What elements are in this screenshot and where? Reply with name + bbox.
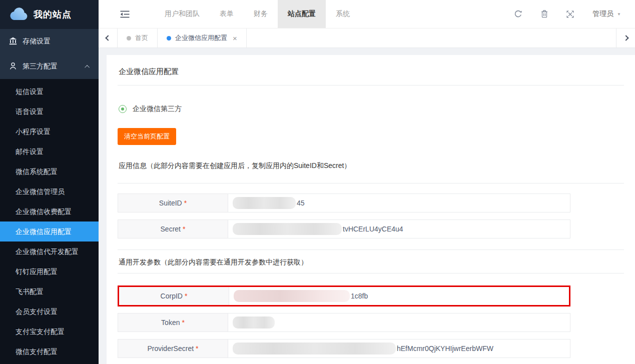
sidebar: 我的站点 存储设置 第三方配置 xyxy=(0,0,99,364)
radio-label: 企业微信第三方 xyxy=(133,104,182,114)
sidebar-item-third-party-config[interactable]: 第三方配置 xyxy=(0,54,99,79)
form-row-corpid-highlighted: CorpID* 1c8fb xyxy=(118,286,570,306)
top-bar: 用户和团队 表单 财务 站点配置 系统 xyxy=(99,0,635,28)
nav-item-site-config[interactable]: 站点配置 xyxy=(278,0,326,28)
submenu-item-wecom-admin[interactable]: 企业微信管理员 xyxy=(0,182,99,202)
visible-value: tvHCErLU4yCE4u4 xyxy=(343,225,403,233)
sidebar-item-storage-settings[interactable]: 存储设置 xyxy=(0,29,99,54)
submenu-item-miniprogram[interactable]: 小程序设置 xyxy=(0,122,99,142)
submenu-item-dingtalk-app-config[interactable]: 钉钉应用配置 xyxy=(0,262,99,282)
content-area: 企业微信应用配置 企业微信第三方 清空当前页配置 应用信息（此部分内容需要在创建… xyxy=(99,48,635,364)
person-icon xyxy=(9,62,17,72)
clear-current-page-config-button[interactable]: 清空当前页配置 xyxy=(118,128,176,145)
nav-item-forms[interactable]: 表单 xyxy=(210,0,244,28)
submenu-item-voice[interactable]: 语音设置 xyxy=(0,102,99,122)
tab-label: 企业微信应用配置 xyxy=(175,34,227,42)
divider xyxy=(118,85,624,86)
user-label: 管理员 xyxy=(592,10,613,18)
chevron-right-icon xyxy=(623,35,628,40)
field-label: Secret* xyxy=(118,220,228,238)
common-params-form: CorpID* 1c8fb Token* xyxy=(118,286,570,364)
app-info-form: SuiteID* 45 Secret* tvHCErLU4yCE4u4 xyxy=(118,194,570,238)
top-actions: 管理员 ▼ xyxy=(514,10,635,18)
submenu-item-mail[interactable]: 邮件设置 xyxy=(0,142,99,162)
section-common-params: 通用开发参数（此部分内容需要在通用开发参数中进行获取） xyxy=(119,258,624,273)
submenu-item-wecom-app-config[interactable]: 企业微信应用配置 xyxy=(0,222,99,242)
required-mark: * xyxy=(183,225,185,233)
suiteid-input[interactable]: 45 xyxy=(228,194,570,212)
chevron-up-icon xyxy=(85,64,90,70)
nav-item-users-teams[interactable]: 用户和团队 xyxy=(155,0,210,28)
field-label: Token* xyxy=(118,314,228,332)
site-name: 我的站点 xyxy=(34,8,72,20)
form-row-providersecret: ProviderSecret* hEfMcmr0QjKYHIjwrEerbWFW xyxy=(118,339,570,358)
fullscreen-icon[interactable] xyxy=(566,10,574,18)
trash-icon[interactable] xyxy=(541,10,548,18)
submenu-item-wecom-dev-config[interactable]: 企业微信代开发配置 xyxy=(0,242,99,262)
tab-home[interactable]: 首页 xyxy=(118,28,158,48)
sidebar-submenu: 短信设置 语音设置 小程序设置 邮件设置 微信系统配置 企业微信管理员 企业微信… xyxy=(0,79,99,364)
nav-item-finance[interactable]: 财务 xyxy=(244,0,278,28)
visible-value: 45 xyxy=(297,199,305,207)
tabs-scroll-right-button[interactable] xyxy=(616,28,635,48)
menu-fold-icon[interactable] xyxy=(120,10,130,18)
redacted-value xyxy=(233,316,275,328)
section-app-info: 应用信息（此部分内容需要在创建应用后，复制应用内的SuiteID和Secret） xyxy=(119,162,624,183)
main-column: 用户和团队 表单 财务 站点配置 系统 xyxy=(99,0,635,364)
field-label: SuiteID* xyxy=(118,194,228,212)
visible-value: hEfMcmr0QjKYHIjwrEerbWFW xyxy=(397,344,493,352)
bank-icon xyxy=(9,37,17,46)
close-icon[interactable]: × xyxy=(233,34,237,42)
user-menu[interactable]: 管理员 ▼ xyxy=(592,10,621,18)
field-label: CorpID* xyxy=(119,287,229,305)
radio-selected-icon[interactable] xyxy=(119,105,127,113)
tab-label: 首页 xyxy=(135,34,148,42)
token-input[interactable] xyxy=(228,314,570,332)
divider xyxy=(118,273,624,274)
required-mark: * xyxy=(182,318,184,326)
tab-status-dot xyxy=(127,36,131,40)
chevron-left-icon xyxy=(105,35,111,40)
page-title: 企业微信应用配置 xyxy=(118,64,624,85)
submenu-item-feishu-config[interactable]: 飞书配置 xyxy=(0,282,99,302)
sidebar-item-label: 第三方配置 xyxy=(23,62,58,71)
submenu-item-member-payment[interactable]: 会员支付设置 xyxy=(0,302,99,322)
providersecret-input[interactable]: hEfMcmr0QjKYHIjwrEerbWFW xyxy=(228,340,570,358)
redacted-value xyxy=(233,342,396,354)
form-row-suiteid: SuiteID* 45 xyxy=(118,194,570,212)
form-row-secret: Secret* tvHCErLU4yCE4u4 xyxy=(118,220,570,238)
form-row-token: Token* xyxy=(118,313,570,332)
secret-input[interactable]: tvHCErLU4yCE4u4 xyxy=(228,220,570,238)
cloud-icon xyxy=(9,7,28,22)
visible-value: 1c8fb xyxy=(351,292,368,300)
tab-bar: 首页 企业微信应用配置 × xyxy=(99,28,635,48)
radio-wecom-third-party[interactable]: 企业微信第三方 xyxy=(119,104,624,114)
tab-wecom-app-config[interactable]: 企业微信应用配置 × xyxy=(158,28,247,48)
redacted-value xyxy=(234,290,350,302)
nav-item-system[interactable]: 系统 xyxy=(326,0,360,28)
submenu-item-alipay-config[interactable]: 支付宝支付配置 xyxy=(0,322,99,342)
sidebar-item-label: 存储设置 xyxy=(23,37,51,46)
required-mark: * xyxy=(185,292,187,300)
redacted-value xyxy=(233,223,342,235)
caret-down-icon: ▼ xyxy=(617,12,621,16)
divider xyxy=(118,183,624,184)
redacted-value xyxy=(233,197,296,209)
submenu-item-wechat-pay-config[interactable]: 微信支付配置 xyxy=(0,342,99,362)
field-label: ProviderSecret* xyxy=(118,340,228,358)
tab-status-dot xyxy=(167,36,171,40)
tabs-scroll-left-button[interactable] xyxy=(99,28,118,48)
required-mark: * xyxy=(184,199,187,207)
config-card: 企业微信应用配置 企业微信第三方 清空当前页配置 应用信息（此部分内容需要在创建… xyxy=(107,55,635,364)
top-nav: 用户和团队 表单 财务 站点配置 系统 xyxy=(155,0,360,28)
submenu-item-sms[interactable]: 短信设置 xyxy=(0,82,99,102)
corpid-input[interactable]: 1c8fb xyxy=(229,287,569,305)
required-mark: * xyxy=(196,344,198,352)
site-logo: 我的站点 xyxy=(0,0,99,29)
divider xyxy=(118,250,624,250)
submenu-item-wecom-billing[interactable]: 企业微信收费配置 xyxy=(0,202,99,222)
submenu-item-wechat-system[interactable]: 微信系统配置 xyxy=(0,162,99,182)
refresh-icon[interactable] xyxy=(514,10,522,18)
